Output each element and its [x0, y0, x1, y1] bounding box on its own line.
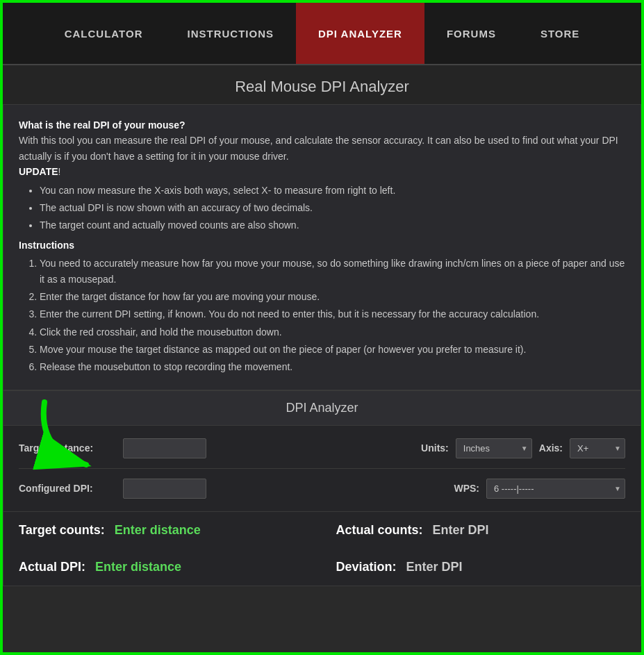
- info-intro: With this tool you can measure the real …: [19, 133, 625, 164]
- units-select[interactable]: Inches cm mm: [456, 438, 532, 458]
- form-right-wps: WPS: 6 -----|----- 1 2 3 4 5: [454, 479, 625, 499]
- nav-dpi-analyzer[interactable]: DPI ANALYZER: [296, 3, 424, 64]
- instructions-label: Instructions: [19, 240, 74, 251]
- deviation-cell: Deviation: Enter DPI: [322, 549, 626, 586]
- update-item-1: You can now measure the X-axis both ways…: [40, 183, 625, 198]
- nav-forums[interactable]: FORUMS: [424, 3, 518, 64]
- wps-label: WPS:: [454, 483, 479, 494]
- actual-counts-label: Actual counts:: [336, 523, 423, 538]
- nav-calculator[interactable]: CALCULATOR: [42, 3, 165, 64]
- deviation-value: Enter DPI: [406, 560, 463, 574]
- wps-select[interactable]: 6 -----|----- 1 2 3 4 5: [486, 479, 625, 499]
- instruction-5: Move your mouse the target distance as m…: [40, 342, 625, 357]
- instructions-list: You need to accurately measure how far y…: [40, 256, 625, 375]
- units-select-wrapper: Inches cm mm: [456, 438, 532, 458]
- actual-dpi-label: Actual DPI:: [19, 560, 85, 574]
- update-label: UPDATE: [19, 166, 58, 177]
- wps-select-wrapper: 6 -----|----- 1 2 3 4 5: [486, 479, 625, 499]
- axis-label: Axis:: [539, 442, 563, 454]
- deviation-label: Deviation:: [336, 560, 397, 574]
- axis-select-wrapper: X+ X- Y+ Y-: [570, 438, 625, 458]
- info-box: What is the real DPI of your mouse? With…: [3, 104, 641, 390]
- target-counts-label: Target counts:: [19, 523, 105, 538]
- nav-store[interactable]: STORE: [518, 3, 602, 64]
- configured-dpi-input[interactable]: [123, 479, 206, 499]
- update-item-2: The actual DPI is now shown with an accu…: [40, 200, 625, 215]
- update-item-3: The target count and actually moved coun…: [40, 217, 625, 233]
- axis-select[interactable]: X+ X- Y+ Y-: [570, 438, 625, 458]
- instruction-1: You need to accurately measure how far y…: [40, 256, 625, 287]
- info-heading: What is the real DPI of your mouse?: [19, 119, 185, 131]
- configured-dpi-label: Configured DPI:: [19, 483, 123, 494]
- instruction-3: Enter the current DPI setting, if known.…: [40, 306, 625, 322]
- form-row-target: Target distance: Units: Inches cm mm Axi…: [19, 438, 625, 469]
- actual-dpi-value: Enter distance: [95, 560, 181, 574]
- results-grid: Target counts: Enter distance Actual cou…: [3, 512, 641, 586]
- navigation: CALCULATOR INSTRUCTIONS DPI ANALYZER FOR…: [3, 3, 641, 65]
- dpi-analyzer-section: DPI Analyzer Target distance: Units: Inc…: [3, 390, 641, 586]
- actual-counts-cell: Actual counts: Enter DPI: [322, 512, 626, 549]
- actual-counts-value: Enter DPI: [433, 523, 489, 538]
- units-label: Units:: [421, 442, 449, 454]
- page-title: Real Mouse DPI Analyzer: [3, 65, 641, 104]
- form-row-dpi: Configured DPI: WPS: 6 -----|----- 1 2 3…: [19, 479, 625, 499]
- instruction-4: Click the red crosshair, and hold the mo…: [40, 324, 625, 340]
- actual-dpi-cell: Actual DPI: Enter distance: [19, 549, 322, 586]
- form-right-units-axis: Units: Inches cm mm Axis: X+ X- Y+ Y-: [421, 438, 625, 458]
- nav-instructions[interactable]: INSTRUCTIONS: [165, 3, 296, 64]
- target-counts-value: Enter distance: [115, 523, 201, 538]
- dpi-analyzer-title: DPI Analyzer: [3, 391, 641, 426]
- target-distance-label: Target distance:: [19, 442, 123, 454]
- update-list: You can now measure the X-axis both ways…: [40, 183, 625, 233]
- instruction-6: Release the mousebutton to stop recordin…: [40, 359, 625, 374]
- instruction-2: Enter the target distance for how far yo…: [40, 289, 625, 304]
- target-counts-cell: Target counts: Enter distance: [19, 512, 322, 549]
- target-distance-input[interactable]: [123, 438, 206, 458]
- form-area: Target distance: Units: Inches cm mm Axi…: [3, 426, 641, 511]
